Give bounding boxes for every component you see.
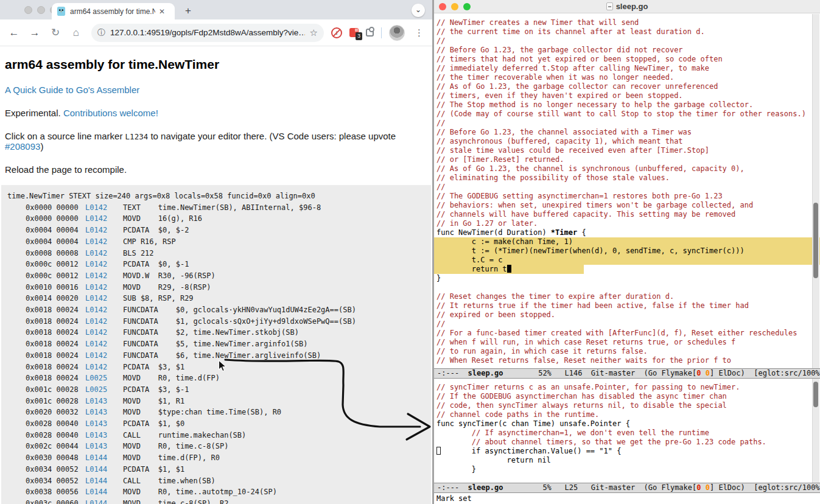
asm-instruction: BLS 212 — [123, 249, 154, 257]
source-line-marker-link[interactable]: L0142 — [85, 259, 123, 270]
code-line: return nil — [436, 456, 820, 465]
mode-line-segment: ] ElDoc) — [710, 483, 754, 492]
scrollbar-thumb-upper[interactable] — [813, 203, 818, 278]
asm-line: 0x0034 00052L0144PCDATA $1, $1 — [7, 464, 431, 475]
asm-instruction: PCDATA $3, $-1 — [123, 385, 189, 394]
source-line-marker-link[interactable]: L0142 — [85, 327, 123, 338]
source-line-marker-link[interactable]: L0143 — [85, 396, 123, 407]
source-line-marker-link[interactable]: L0143 — [85, 407, 123, 418]
source-line-marker-link[interactable]: L0142 — [85, 362, 123, 373]
asm-instruction: MOVD time.d(FP), R0 — [123, 453, 220, 462]
bookmark-star-icon[interactable]: ☆ — [310, 27, 318, 38]
source-line-marker-link[interactable]: L0143 — [85, 418, 123, 430]
close-window-button[interactable] — [24, 6, 32, 14]
code-line: // or [Timer.Reset] returned. — [436, 155, 820, 164]
source-line-marker-link[interactable]: L0144 — [85, 452, 123, 464]
editor-window-upper[interactable]: // NewTimer creates a new Timer that wil… — [434, 14, 820, 368]
source-line-marker-link[interactable]: L0142 — [85, 202, 123, 214]
asm-instruction: FUNCDATA $1, gclocals·sQxO+jiYy+d9ldxoWS… — [123, 317, 356, 326]
asm-address: 0x0028 00040 — [26, 418, 85, 430]
code-line: func NewTimer(d Duration) *Timer { — [436, 228, 820, 237]
mode-line-segment: 0 — [706, 369, 710, 377]
source-line-marker-link[interactable]: L0142 — [85, 282, 123, 293]
content-blocker-extension-icon[interactable]: ↕ — [331, 27, 342, 38]
minimize-window-button[interactable] — [451, 3, 458, 10]
source-line-marker-link[interactable]: L0025 — [85, 384, 123, 396]
source-line-marker-link[interactable]: L0025 — [85, 373, 123, 384]
code-line: // expired or been stopped. — [436, 310, 820, 320]
source-line-marker-link[interactable]: L0142 — [85, 293, 123, 304]
browser-window: arm64 assembly for time.New ✕ + ⌄ ← → ↻ … — [0, 0, 432, 504]
mode-line-segment: -:--- — [437, 483, 468, 492]
forward-icon[interactable]: → — [27, 27, 43, 39]
source-line-marker-link[interactable]: L0143 — [85, 441, 123, 452]
extensions-puzzle-icon[interactable] — [366, 29, 374, 37]
asm-line: 0x0030 00048L0144MOVD time.d(FP), R0 — [7, 452, 431, 464]
close-window-button[interactable] — [439, 3, 446, 10]
source-line-marker-link[interactable]: L0142 — [85, 248, 123, 259]
new-tab-button[interactable]: + — [181, 5, 195, 18]
address-bar[interactable]: ⓘ 127.0.0.1:49519/gopls/Fdp2Mstd8wA/asse… — [91, 24, 324, 42]
asm-address: 0x0034 00052 — [26, 464, 85, 475]
source-line-marker-link[interactable]: L0143 — [85, 430, 123, 441]
code-line: // For a func-based timer created with [… — [436, 329, 820, 338]
extension-badge: 3 — [356, 32, 362, 40]
zoom-window-button[interactable] — [463, 3, 471, 10]
instruction-text-3: ) — [40, 141, 43, 152]
code-line: // code, then syncTimer always returns n… — [436, 401, 820, 410]
site-info-icon[interactable]: ⓘ — [97, 27, 105, 38]
source-line-marker-link[interactable]: L0144 — [85, 464, 123, 475]
asm-instruction: MOVD time.c-8(SP), R2 — [123, 499, 228, 504]
code-line: // syncTimer returns c as an unsafe.Poin… — [436, 383, 820, 392]
browser-menu-icon[interactable]: ⋮ — [412, 27, 426, 38]
back-icon[interactable]: ← — [6, 27, 22, 39]
scrollbar-track-upper[interactable] — [812, 14, 819, 368]
source-line-marker-link[interactable]: L0142 — [85, 304, 123, 316]
asm-instruction: CMP R16, RSP — [123, 237, 176, 246]
source-line-marker-link[interactable]: L0144 — [85, 486, 123, 498]
source-line-marker-link[interactable]: L0144 — [85, 475, 123, 487]
tab-manager-extension-icon[interactable]: 3 — [349, 28, 359, 37]
tab-close-icon[interactable]: ✕ — [159, 8, 165, 15]
asm-line: 0x0028 00040L0143PCDATA $1, $0 — [7, 418, 431, 430]
contributions-link[interactable]: Contributions welcome! — [63, 108, 158, 118]
code-line: } — [436, 274, 820, 283]
url-text[interactable]: 127.0.0.1:49519/gopls/Fdp2Mstd8wA/assemb… — [110, 28, 305, 37]
vscode-issue-link[interactable]: #208093 — [5, 141, 40, 152]
asm-line: 0x0004 00004L0142CMP R16, RSP — [7, 236, 431, 248]
extensions-area: ↕ 3 ⋮ — [329, 25, 426, 41]
source-line-marker-link[interactable]: L0142 — [85, 270, 123, 282]
asm-address: 0x0018 00024 — [26, 350, 85, 362]
source-line-marker-link[interactable]: L0142 — [85, 225, 123, 236]
editor-window-lower[interactable]: // syncTimer returns c as an unsafe.Poin… — [434, 379, 820, 483]
asm-address: 0x0038 00056 — [26, 486, 85, 498]
browser-tab[interactable]: arm64 assembly for time.New ✕ — [52, 3, 175, 19]
source-line-marker-link[interactable]: L0144 — [85, 498, 123, 504]
assembly-header-line: time.NewTimer STEXT size=240 args=0x8 lo… — [7, 191, 431, 202]
mode-line-segment: ] ElDoc) — [710, 369, 754, 377]
code-line: // When Reset returns false, Reset neith… — [436, 356, 820, 365]
emacs-window-controls — [439, 3, 471, 10]
asm-instruction: PCDATA $0, $-1 — [123, 260, 189, 268]
asm-address: 0x0018 00024 — [26, 338, 85, 350]
source-line-marker-link[interactable]: L0142 — [85, 213, 123, 225]
asm-address: 0x0000 00000 — [26, 202, 85, 214]
asm-address: 0x0018 00024 — [26, 304, 85, 316]
scrollbar-thumb-lower[interactable] — [813, 382, 818, 407]
asm-line: 0x0010 00016L0142MOVD R29, -8(RSP) — [7, 282, 431, 293]
marker-sample: L1234 — [125, 132, 149, 141]
asm-instruction: PCDATA $3, $1 — [123, 363, 184, 371]
mode-line-segment: 52% L146 Git-master (Go Flymake[ — [503, 369, 696, 377]
source-line-marker-link[interactable]: L0142 — [85, 338, 123, 350]
asm-line: 0x0008 00008L0142BLS 212 — [7, 248, 431, 259]
minimize-window-button[interactable] — [37, 6, 45, 14]
home-icon[interactable]: ⌂ — [68, 27, 84, 39]
source-line-marker-link[interactable]: L0142 — [85, 236, 123, 248]
source-line-marker-link[interactable]: L0142 — [85, 316, 123, 327]
assembler-guide-link[interactable]: A Quick Guide to Go's Assembler — [5, 85, 139, 95]
profile-avatar[interactable] — [389, 25, 405, 41]
reload-icon[interactable]: ↻ — [47, 26, 63, 39]
code-line: if asynctimerchan.Value() == "1" { — [436, 447, 820, 456]
source-line-marker-link[interactable]: L0142 — [85, 350, 123, 362]
tab-overflow-chevron-icon[interactable]: ⌄ — [412, 4, 425, 17]
